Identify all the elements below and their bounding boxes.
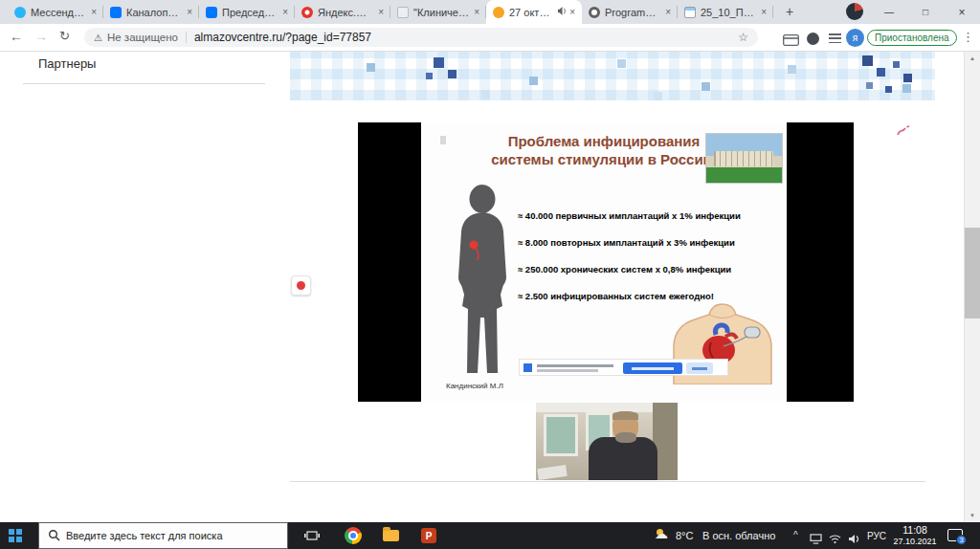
banner-text-line xyxy=(537,369,598,372)
profile-avatar[interactable]: я xyxy=(846,29,864,47)
chrome-taskbar-icon[interactable] xyxy=(345,527,362,544)
tab-label: Мессендже… xyxy=(31,7,86,18)
not-secure-warning-icon[interactable]: ⚠ xyxy=(94,33,102,43)
security-label: Не защищено xyxy=(107,32,178,43)
address-separator xyxy=(186,32,187,43)
file-explorer-icon[interactable] xyxy=(383,530,399,541)
window-controls: — □ × xyxy=(871,0,980,24)
red-dot-icon xyxy=(297,281,305,290)
tab-label: Председате… xyxy=(222,7,278,18)
tab-audio-icon[interactable] xyxy=(557,6,568,18)
powerpoint-icon[interactable]: P xyxy=(421,528,436,543)
tray-expand-chevron[interactable]: ^ xyxy=(793,530,798,540)
browser-toolbar: ← → ↻ ⚠ Не защищено almazovcentre.ru/?pa… xyxy=(0,24,980,52)
annotation-pen-icon[interactable] xyxy=(896,124,911,142)
patient-silhouette xyxy=(444,184,524,384)
taskbar-search[interactable]: Введите здесь текст для поиска xyxy=(38,522,288,549)
clock-time: 11:08 xyxy=(888,524,942,536)
sidebar-item-partners[interactable]: Партнеры xyxy=(38,56,96,71)
file-favicon xyxy=(684,7,696,18)
sync-paused-badge[interactable]: Приостановлена xyxy=(867,30,957,46)
page-content: Партнеры Проблема инфицирования системы … xyxy=(0,52,980,522)
reload-button[interactable]: ↻ xyxy=(59,29,70,43)
scrollbar-thumb[interactable] xyxy=(965,228,980,318)
window-minimize-button[interactable]: — xyxy=(871,0,907,24)
presenter-webcam xyxy=(536,403,678,480)
notification-badge: 3 xyxy=(956,535,967,545)
window-maximize-button[interactable]: □ xyxy=(907,0,944,24)
tab-kanalopatii[interactable]: Каналопати… × xyxy=(103,0,199,24)
browser-profile-avatar[interactable] xyxy=(846,3,863,20)
vk-favicon xyxy=(110,7,122,18)
list-extension-icon[interactable] xyxy=(829,33,841,43)
webcam-desk-paper xyxy=(537,465,567,480)
mosaic-light-squares xyxy=(367,63,375,72)
tab-25-10-file[interactable]: 25_10_Пра… × xyxy=(678,0,773,24)
desktop-screen: Мессендже… × Каналопати… × Председате… ×… xyxy=(0,0,980,549)
task-view-button[interactable] xyxy=(304,529,320,546)
tab-close-icon[interactable]: × xyxy=(280,7,288,17)
tab-strip: Мессендже… × Каналопати… × Председате… ×… xyxy=(0,0,980,24)
bullet-repeat-implants: ≈ 8.000 повторных имплантаций х 3% инфек… xyxy=(518,230,741,256)
weather-temp: 8°C xyxy=(676,530,693,541)
banner-light-button xyxy=(686,362,713,374)
windows-taskbar: Введите здесь текст для поиска P ☁ 8°C В… xyxy=(0,522,980,549)
yandex-disk-favicon xyxy=(301,7,313,18)
clock-date: 27.10.2021 xyxy=(888,536,942,547)
hospital-building-face xyxy=(714,151,773,166)
slide-ad-banner xyxy=(519,359,728,376)
tab-predsedatel[interactable]: Председате… × xyxy=(199,0,295,24)
tab-klinicheskie[interactable]: "Клиничес… × xyxy=(390,0,486,24)
tray-volume-icon[interactable] xyxy=(848,531,860,548)
browser-menu-kebab[interactable]: ⋮ xyxy=(962,30,974,44)
tab-27-oct-active[interactable]: 27 окт… × xyxy=(486,0,582,24)
forward-button[interactable]: → xyxy=(34,29,48,44)
hospital-photo xyxy=(705,133,783,184)
tab-close-icon[interactable]: × xyxy=(568,7,575,17)
record-indicator-button[interactable] xyxy=(291,275,311,296)
tab-label: Programm… xyxy=(605,7,660,18)
address-bar[interactable]: ⚠ Не защищено almazovcentre.ru/?page_id=… xyxy=(84,28,758,47)
tab-close-icon[interactable]: × xyxy=(472,7,479,17)
url-text: almazovcentre.ru/?page_id=77857 xyxy=(194,31,371,44)
back-button[interactable]: ← xyxy=(10,29,23,44)
tab-messenger[interactable]: Мессендже… × xyxy=(8,0,103,24)
content-divider xyxy=(290,481,925,482)
tab-yandex-disk[interactable]: Яндекс.Дис… × xyxy=(295,0,390,24)
weather-desc: В осн. облачно xyxy=(702,530,775,541)
banner-text-line xyxy=(537,364,613,367)
card-extension-icon[interactable] xyxy=(783,33,799,50)
weather-widget[interactable]: ☁ 8°C В осн. облачно xyxy=(655,526,779,545)
document-favicon xyxy=(397,7,409,18)
cloud-icon: ☁ xyxy=(655,526,668,541)
tabs-row: Мессендже… × Каналопати… × Председате… ×… xyxy=(8,0,773,24)
tray-wifi-icon[interactable] xyxy=(829,531,841,548)
tab-close-icon[interactable]: × xyxy=(759,7,767,17)
start-button[interactable] xyxy=(9,529,22,542)
new-tab-button[interactable]: + xyxy=(781,3,798,20)
tab-label: 27 окт… xyxy=(509,7,554,18)
tab-close-icon[interactable]: × xyxy=(185,7,192,17)
video-player[interactable]: Проблема инфицирования системы стимуляци… xyxy=(358,122,854,402)
search-icon xyxy=(48,529,60,543)
site-header-mosaic xyxy=(290,52,935,100)
scroll-down-arrow[interactable]: ▼ xyxy=(965,509,980,522)
bullet-chronic-systems: ≈ 250.000 хронических систем х 0,8% инфе… xyxy=(518,256,741,283)
tray-network-icon[interactable] xyxy=(810,531,822,548)
language-indicator[interactable]: РУС xyxy=(867,531,886,541)
dark-extension-icon[interactable] xyxy=(807,33,819,45)
taskbar-clock[interactable]: 11:08 27.10.2021 xyxy=(888,524,942,547)
webcam-window xyxy=(544,414,578,456)
tab-close-icon[interactable]: × xyxy=(376,7,384,17)
search-placeholder: Введите здесь текст для поиска xyxy=(66,530,223,541)
slide-watermark xyxy=(440,136,446,144)
tab-programm[interactable]: Programm… × xyxy=(582,0,678,24)
bookmark-star-icon[interactable]: ☆ xyxy=(738,31,748,44)
tab-close-icon[interactable]: × xyxy=(89,7,97,17)
tab-close-icon[interactable]: × xyxy=(663,7,671,17)
window-close-button[interactable]: × xyxy=(944,0,980,24)
messenger-favicon xyxy=(14,7,26,18)
page-scrollbar[interactable]: ▲ ▼ xyxy=(964,52,980,522)
scroll-up-arrow[interactable]: ▲ xyxy=(965,52,980,65)
bullet-primary-implants: ≈ 40.000 первичных имплантаций х 1% инфе… xyxy=(518,203,741,230)
